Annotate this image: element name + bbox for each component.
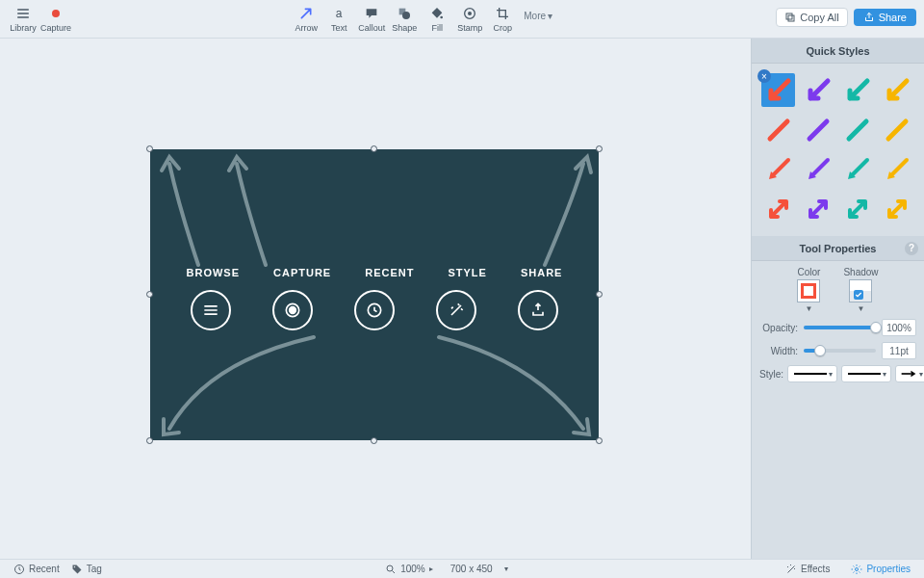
canvas-dimensions: 700 x 450 xyxy=(450,564,493,574)
width-label: Width: xyxy=(759,346,798,356)
canvas-label: RECENT xyxy=(365,267,414,278)
quick-style-swatch[interactable] xyxy=(841,193,875,226)
record-icon xyxy=(48,6,64,21)
tag-icon xyxy=(71,564,83,575)
library-label: Library xyxy=(10,23,37,33)
text-icon: a xyxy=(331,6,346,21)
stamp-icon xyxy=(462,6,477,21)
fill-tool[interactable]: Fill xyxy=(422,4,452,33)
quick-style-swatch[interactable] xyxy=(841,153,875,187)
quick-style-swatch[interactable] xyxy=(801,193,834,226)
color-label: Color xyxy=(797,267,820,277)
canvas-label: CAPTURE xyxy=(273,267,331,278)
effects-button[interactable]: Effects xyxy=(780,564,835,575)
menu-icon xyxy=(15,6,31,21)
share-icon xyxy=(863,12,875,23)
style-circle-icon xyxy=(436,290,476,330)
svg-point-18 xyxy=(856,567,859,570)
width-value[interactable]: 11pt xyxy=(882,342,916,359)
capture-label: Capture xyxy=(40,23,71,33)
share-circle-icon xyxy=(518,290,558,330)
recent-circle-icon xyxy=(354,290,395,330)
svg-point-17 xyxy=(387,565,393,571)
opacity-slider[interactable] xyxy=(804,326,876,329)
quick-style-swatch[interactable] xyxy=(881,73,914,107)
shape-tool[interactable]: Shape xyxy=(389,4,420,33)
zoom-control[interactable]: 100%▸ xyxy=(379,564,439,575)
fill-icon xyxy=(429,6,445,21)
shape-icon xyxy=(397,6,412,21)
tool-properties-header: Tool Properties ? xyxy=(752,236,924,261)
share-button[interactable]: Share xyxy=(854,9,916,26)
clock-icon xyxy=(13,564,25,575)
chevron-down-icon[interactable]: ▼ xyxy=(858,304,865,313)
quick-styles-header: Quick Styles xyxy=(752,39,924,64)
arrow-icon xyxy=(298,6,314,21)
capture-circle-icon xyxy=(272,290,313,330)
quick-style-swatch[interactable] xyxy=(841,113,875,146)
svg-point-3 xyxy=(402,12,410,19)
dash-style-picker[interactable]: ▾ xyxy=(841,365,891,382)
quick-style-swatch[interactable]: × xyxy=(761,73,795,107)
quick-styles-grid: × xyxy=(752,64,924,236)
wand-icon xyxy=(785,564,797,575)
svg-point-6 xyxy=(468,12,472,15)
crop-tool[interactable]: Crop xyxy=(487,4,518,33)
canvas-area[interactable]: BROWSE CAPTURE RECENT STYLE SHARE xyxy=(0,39,751,559)
canvas-label: STYLE xyxy=(448,267,486,278)
zoom-icon xyxy=(385,564,397,575)
browse-circle-icon xyxy=(191,290,231,330)
svg-point-4 xyxy=(441,16,444,19)
callout-tool[interactable]: Callout xyxy=(356,4,387,33)
shadow-label: Shadow xyxy=(843,267,878,277)
canvas-label: SHARE xyxy=(521,267,563,278)
close-icon[interactable]: × xyxy=(757,69,771,83)
copy-all-button[interactable]: Copy All xyxy=(776,8,847,27)
shadow-swatch[interactable] xyxy=(849,279,872,302)
chevron-down-icon: ▸ xyxy=(429,565,433,573)
capture-button[interactable]: Capture xyxy=(40,4,71,33)
svg-text:a: a xyxy=(336,7,343,20)
quick-style-swatch[interactable] xyxy=(801,153,834,187)
library-button[interactable]: Library xyxy=(8,4,38,33)
line-style-picker[interactable]: ▾ xyxy=(787,365,837,382)
svg-rect-8 xyxy=(786,13,792,19)
canvas-label: BROWSE xyxy=(187,267,241,278)
more-tools[interactable]: More▾ xyxy=(520,6,556,25)
callout-icon xyxy=(364,6,379,21)
gear-icon xyxy=(851,564,862,575)
chevron-down-icon[interactable]: ▼ xyxy=(805,304,812,313)
quick-style-swatch[interactable] xyxy=(881,113,914,146)
quick-style-swatch[interactable] xyxy=(881,193,914,226)
quick-style-swatch[interactable] xyxy=(761,193,795,226)
properties-button[interactable]: Properties xyxy=(845,564,916,575)
arrow-tool[interactable]: Arrow xyxy=(291,4,321,33)
svg-point-10 xyxy=(289,307,295,314)
svg-point-16 xyxy=(73,565,75,567)
text-tool[interactable]: a Text xyxy=(323,4,354,33)
style-label: Style: xyxy=(759,369,783,380)
canvas-image[interactable]: BROWSE CAPTURE RECENT STYLE SHARE xyxy=(150,149,599,440)
quick-style-swatch[interactable] xyxy=(841,73,875,107)
opacity-label: Opacity: xyxy=(759,323,798,333)
copy-icon xyxy=(784,12,796,23)
chevron-down-icon[interactable]: ▾ xyxy=(504,565,508,573)
check-icon xyxy=(854,290,863,300)
quick-style-swatch[interactable] xyxy=(761,113,795,146)
quick-style-swatch[interactable] xyxy=(881,153,914,187)
color-swatch[interactable] xyxy=(797,279,820,302)
quick-style-swatch[interactable] xyxy=(761,153,795,187)
crop-icon xyxy=(495,6,510,21)
help-icon[interactable]: ? xyxy=(905,242,918,255)
recent-button[interactable]: Recent xyxy=(8,564,65,575)
chevron-down-icon: ▾ xyxy=(548,11,552,21)
stamp-tool[interactable]: Stamp xyxy=(454,4,485,33)
arrowhead-picker[interactable]: ▾ xyxy=(895,365,924,382)
tag-button[interactable]: Tag xyxy=(65,564,108,575)
width-slider[interactable] xyxy=(804,349,876,353)
svg-rect-7 xyxy=(788,15,794,21)
quick-style-swatch[interactable] xyxy=(801,73,834,107)
opacity-value[interactable]: 100% xyxy=(882,319,916,336)
quick-style-swatch[interactable] xyxy=(801,113,834,146)
svg-point-0 xyxy=(52,10,60,17)
